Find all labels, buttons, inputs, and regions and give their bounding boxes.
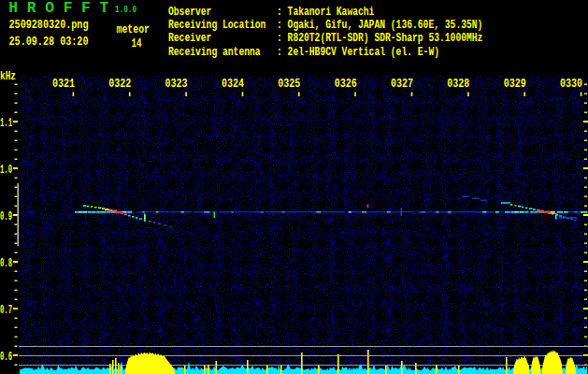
svg-text:meteor: meteor — [117, 22, 151, 36]
svg-text:1.0: 1.0 — [0, 164, 12, 177]
svg-text:0321: 0321 — [52, 78, 75, 91]
svg-text:14: 14 — [132, 36, 142, 50]
svg-text:Receiving antenna : 2el-HB9C: Receiving antenna : 2el-HB9CV Vertical (… — [168, 45, 439, 59]
svg-text:0326: 0326 — [335, 78, 357, 91]
svg-text:0.7: 0.7 — [0, 304, 12, 317]
svg-text:0327: 0327 — [391, 78, 413, 91]
svg-text:1.0.0: 1.0.0 — [115, 5, 136, 15]
svg-text:Receiver : R820T2(R: Receiver : R820T2(RTL-SDR) SDR-Sharp 53.… — [168, 31, 482, 45]
svg-text:0323: 0323 — [165, 78, 188, 91]
svg-text:0.8: 0.8 — [0, 257, 12, 270]
svg-text:25.09.28 03:20: 25.09.28 03:20 — [9, 35, 89, 49]
svg-text:0325: 0325 — [278, 78, 300, 91]
svg-text:0.6: 0.6 — [0, 351, 12, 364]
svg-text:0.9: 0.9 — [0, 210, 12, 223]
svg-text:0322: 0322 — [108, 78, 131, 91]
svg-text:Observer : Takanori: Observer : Takanori Kawachi — [168, 5, 375, 19]
svg-text:0328: 0328 — [447, 78, 469, 91]
svg-text:0329: 0329 — [504, 78, 526, 91]
svg-text:Receiving Location : Ogaki, G: Receiving Location : Ogaki, Gifu, JAPAN … — [168, 18, 482, 32]
svg-text:0330: 0330 — [560, 78, 582, 91]
svg-text:kHz: kHz — [0, 70, 16, 83]
svg-text:1.1: 1.1 — [0, 117, 12, 130]
svg-text:2509280320.png: 2509280320.png — [9, 18, 89, 32]
svg-text:H R O F F T: H R O F F T — [8, 0, 108, 17]
svg-text:0324: 0324 — [222, 78, 244, 91]
